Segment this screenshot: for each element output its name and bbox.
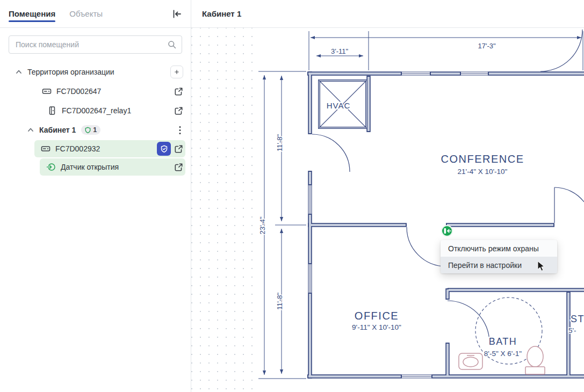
tree-row-sensor[interactable]: Датчик открытия [0, 158, 191, 176]
plan-sheet [257, 28, 584, 392]
tree-row-device-647[interactable]: FC7D002647 [0, 82, 191, 101]
room-label-hvac: HVAC [327, 101, 351, 110]
floorplan-svg: 3'-11" 17'-3" 23'-4" 11'-8" 11'-8" [191, 28, 584, 392]
toilet [527, 346, 543, 367]
chevron-up-icon[interactable] [15, 68, 23, 76]
menu-item-disarm-label: Отключить режим охраны [448, 244, 539, 253]
rooms-tree: Территория организации FC7D002647 [0, 56, 191, 176]
tree-label-relay: FC7D002647_relay1 [62, 106, 131, 115]
tab-rooms-label: Помещения [9, 9, 55, 18]
device-icon [41, 144, 51, 154]
open-in-new-icon [174, 163, 183, 172]
shield-check-icon [161, 145, 168, 153]
open-in-new-icon [174, 144, 183, 154]
room-search [9, 35, 182, 54]
mouse-cursor-icon [537, 261, 546, 272]
open-sensor-icon [46, 162, 56, 172]
collapse-sidebar-button[interactable] [171, 9, 182, 19]
tab-objects-label: Объекты [69, 9, 103, 18]
tree-row-territory[interactable]: Территория организации [0, 62, 191, 82]
tab-rooms[interactable]: Помещения [9, 0, 55, 28]
dim-label-left-lower: 11'-8" [276, 293, 284, 310]
page-title: Кабинет 1 [202, 9, 241, 18]
dim-label-top-sub: 3'-11" [331, 47, 349, 55]
search-input[interactable] [9, 35, 182, 54]
menu-item-disarm[interactable]: Отключить режим охраны [441, 240, 557, 257]
room-label-bath: BATH [489, 336, 517, 347]
tree-label-kabinet1: Кабинет 1 [39, 126, 76, 134]
tree-label-device-932: FC7D002932 [55, 144, 100, 153]
collapse-panel-icon [171, 9, 182, 19]
room-label-conference: CONFERENCE [441, 153, 524, 165]
open-in-new-icon [174, 87, 183, 96]
plus-icon [174, 68, 179, 76]
room-dims-conference: 21'-4" X 10'-10" [458, 168, 508, 176]
room-kebab-menu-button[interactable] [179, 126, 181, 135]
shield-icon [85, 127, 91, 134]
search-icon [168, 40, 176, 49]
guard-mode-button[interactable] [157, 142, 171, 156]
open-in-new-icon [174, 106, 183, 115]
tree-row-device-932[interactable]: FC7D002932 [0, 140, 191, 158]
floorplan-canvas[interactable]: 3'-11" 17'-3" 23'-4" 11'-8" 11'-8" [191, 28, 584, 392]
main-header: Кабинет 1 [191, 0, 584, 28]
tree-row-relay[interactable]: FC7D002647_relay1 [0, 101, 191, 120]
add-room-button[interactable] [170, 66, 183, 78]
room-label-office: OFFICE [355, 310, 399, 322]
tree-label-sensor: Датчик открытия [61, 163, 119, 171]
open-sensor-button[interactable] [174, 163, 183, 172]
dim-label-left-upper: 11'-8" [276, 134, 284, 152]
tree-label-territory: Территория организации [27, 68, 114, 76]
room-dims-office: 9'-11" X 10'-10" [352, 323, 401, 331]
open-relay-button[interactable] [174, 106, 183, 115]
chevron-up-icon[interactable] [27, 126, 34, 134]
room-dims-storage: 5'- [568, 326, 576, 335]
kebab-menu-icon [179, 126, 181, 135]
dim-label-top-main: 17'-3" [478, 42, 496, 50]
tree-row-room-kabinet1[interactable]: Кабинет 1 1 [0, 120, 191, 140]
tree-label-device-647: FC7D002647 [56, 87, 101, 96]
menu-item-settings-label: Перейти в настройки [448, 261, 522, 270]
tab-objects[interactable]: Объекты [69, 0, 103, 28]
sensor-marker[interactable] [442, 226, 452, 236]
relay-icon [47, 106, 57, 115]
armed-count-badge: 1 [81, 125, 100, 135]
room-dims-bath: 8'-5" X 6'-1" [484, 350, 522, 358]
selected-sensor-row[interactable]: Датчик открытия [40, 158, 185, 176]
room-label-storage: ST [571, 314, 584, 324]
armed-count: 1 [93, 126, 97, 134]
main-panel: Кабинет 1 [191, 0, 584, 392]
sidebar-header: Помещения Объекты [0, 0, 191, 28]
open-device-647-button[interactable] [174, 87, 183, 96]
dim-label-left-total: 23'-4" [258, 216, 266, 235]
open-device-932-button[interactable] [174, 144, 183, 154]
selected-device-row[interactable]: FC7D002932 [34, 140, 185, 157]
device-icon [42, 86, 52, 96]
sidebar: Помещения Объекты [0, 0, 191, 392]
